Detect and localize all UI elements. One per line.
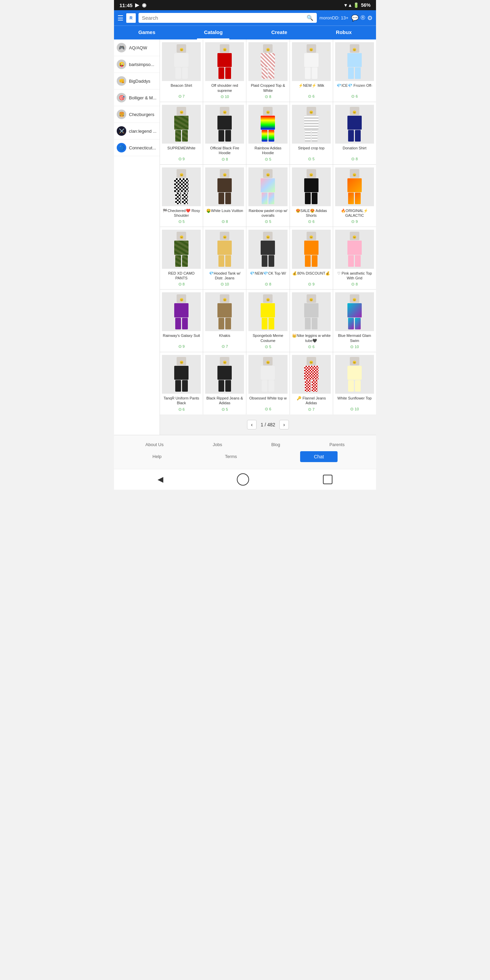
catalog-item[interactable]: 😐 SUPREMEWhite ⊙ 9 <box>160 102 203 164</box>
chat-icon[interactable]: 💬 <box>351 14 359 22</box>
battery-percent: 56% <box>361 2 371 8</box>
item-rating: ⊙ 5 <box>308 156 314 161</box>
tab-catalog[interactable]: Catalog <box>197 26 229 40</box>
catalog-item[interactable]: 😐 Beacon Shirt ⊙ 7 <box>160 40 203 102</box>
sidebar-avatar-bolliger: 🎯 <box>117 93 126 102</box>
sidebar-item-bartsimpo[interactable]: 😜 bartsimpso... <box>114 56 159 73</box>
sidebar-item-aqaqw[interactable]: 🎮 AQ/AQW <box>114 40 159 56</box>
page-info: 1 / 482 <box>261 422 275 427</box>
prev-page-button[interactable]: ‹ <box>247 420 256 430</box>
sidebar-item-bolliger[interactable]: 🎯 Bolliger & M... <box>114 89 159 106</box>
footer-parents[interactable]: Parents <box>329 442 345 447</box>
item-name: 💎ICE💎 Frozen Off- <box>337 83 372 92</box>
catalog-item[interactable]: 😐 💎Hooded Tank w/ Distr. Jeans <box>203 227 246 289</box>
rating-icon: ⊙ <box>351 156 355 161</box>
catalog-item[interactable]: 😐 Rainbow pastel crop w/ overalls <box>247 165 289 227</box>
sidebar-item-bigdaddys[interactable]: 👊 BigDaddys <box>114 73 159 89</box>
rating-icon: ⊙ <box>308 94 311 99</box>
catalog-item[interactable]: 😐 ⚡NEW⚡ Milk ⊙ 6 <box>290 40 333 102</box>
catalog-item[interactable]: 😐 Official Black Fire Hoodie <box>203 102 246 164</box>
item-name: 💎Hooded Tank w/ Distr. Jeans <box>205 271 244 281</box>
footer-help[interactable]: Help <box>153 454 162 459</box>
catalog-item[interactable]: 😐 White Sunflower Top ⊙ <box>333 352 376 414</box>
search-bar-container[interactable]: 🔍 <box>138 13 317 23</box>
catalog-item[interactable]: 😐 Plaid Cropped Top & White <box>247 40 289 102</box>
search-input[interactable] <box>142 15 305 21</box>
catalog-item[interactable]: 😐 Obsessed White top w ⊙ <box>247 352 289 414</box>
item-rating: ⊙ 5 <box>265 344 271 349</box>
rating-icon: ⊙ <box>221 344 225 349</box>
catalog-item[interactable]: 😐 Khakis ⊙ 7 <box>203 290 246 352</box>
footer-about[interactable]: About Us <box>145 442 163 447</box>
sidebar-item-clan-legend[interactable]: ⚔️ clan:legend ... <box>114 123 159 140</box>
rating-value: 6 <box>183 407 185 411</box>
tab-games[interactable]: Games <box>131 26 162 40</box>
chat-button[interactable]: Chat <box>300 451 337 462</box>
next-page-button[interactable]: › <box>279 420 289 430</box>
back-button[interactable]: ◀ <box>158 475 163 484</box>
catalog-item[interactable]: 😐 Rainbow Adidas Hoodie <box>247 102 289 164</box>
item-name: 🤑White Louis Vuitton <box>206 208 243 218</box>
item-name: Beacon Shirt <box>171 83 192 92</box>
catalog-item[interactable]: 😐 Striped crop top ⊙ <box>290 102 333 164</box>
item-thumbnail: 😐 <box>162 230 201 269</box>
item-rating: ⊙ 6 <box>351 94 358 99</box>
sidebar-avatar-chezburgers: 🍔 <box>117 110 126 119</box>
item-thumbnail: 😐 <box>162 42 201 81</box>
catalog-item[interactable]: 😐 Blue Mermaid Glam Swim <box>333 290 376 352</box>
rating-value: 9 <box>312 282 314 286</box>
sidebar-avatar-bigdaddys: 👊 <box>117 76 126 86</box>
item-thumbnail: 😐 <box>292 42 331 81</box>
sidebar-item-chezburgers[interactable]: 🍔 Chezburgers <box>114 106 159 123</box>
robux-icon[interactable]: ® <box>361 14 365 22</box>
recent-apps-button[interactable] <box>323 475 332 484</box>
item-thumbnail: 😐 <box>292 292 331 331</box>
youtube-icon: ▶ <box>135 2 139 8</box>
footer-blog[interactable]: Blog <box>271 442 280 447</box>
catalog-item[interactable]: 😐 🏁Checkered❤️ Rosy Shoulder <box>160 165 203 227</box>
catalog-item[interactable]: 😐 Off shoulder red supreme <box>203 40 246 102</box>
item-thumbnail: 😐 <box>205 167 244 206</box>
catalog-item[interactable]: 😐 Spongebob Meme Costume <box>247 290 289 352</box>
main-layout: 🎮 AQ/AQW 😜 bartsimpso... 👊 BigDaddys 🎯 B… <box>114 40 376 435</box>
catalog-item[interactable]: 😐 🔥ORIGINAL⚡ GALACTIC ⊙ <box>333 165 376 227</box>
item-name: Khakis <box>219 333 231 343</box>
catalog-item[interactable]: 😐 🔑 Flannel Jeans Adidas <box>290 352 333 414</box>
catalog-item[interactable]: 😐 RED XD CAMO PANTS ⊙ <box>160 227 203 289</box>
footer-terms[interactable]: Terms <box>225 454 237 459</box>
catalog-item[interactable]: 😐 ♡ Pink aesthetic Top With Grid <box>333 227 376 289</box>
footer-jobs[interactable]: Jobs <box>213 442 222 447</box>
tab-create[interactable]: Create <box>264 26 294 40</box>
rating-icon: ⊙ <box>308 156 311 161</box>
catalog-item[interactable]: 😐 Black Ripped Jeans & Adidas <box>203 352 246 414</box>
home-button[interactable] <box>237 473 249 485</box>
catalog-item[interactable]: 😐 Rainway's Galaxy Suit <box>160 290 203 352</box>
catalog-item[interactable]: 😐 🤑White Louis Vuitton <box>203 165 246 227</box>
rating-icon: ⊙ <box>178 407 182 412</box>
catalog-item[interactable]: 😐 💎NEW💎CK Top W/ ⊙ <box>247 227 289 289</box>
rating-value: 10 <box>355 407 359 411</box>
tab-robux[interactable]: Robux <box>329 26 359 40</box>
sidebar-avatar-aqaqw: 🎮 <box>117 43 126 52</box>
item-thumbnail: 😐 <box>162 292 201 331</box>
rating-icon: ⊙ <box>265 219 268 224</box>
search-icon: 🔍 <box>307 14 313 21</box>
catalog-item[interactable]: 😐 💎ICE💎 Frozen Off- ⊙ <box>333 40 376 102</box>
sidebar-label-bigdaddys: BigDaddys <box>129 79 150 84</box>
catalog-item[interactable]: 😐 TanqR Uniform Pants Black <box>160 352 203 414</box>
catalog-item[interactable]: 😐 💰80% DISCOUNT💰 ⊙ <box>290 227 333 289</box>
settings-icon[interactable]: ⚙ <box>367 14 372 22</box>
catalog-item[interactable]: 😐 👑Nike leggins w white tube🖤 <box>290 290 333 352</box>
sidebar-item-connecticut[interactable]: 🔵 Connecticut... <box>114 140 159 156</box>
catalog-item[interactable]: 😐 Donation Shirt ⊙ <box>333 102 376 164</box>
android-nav-bar: ◀ <box>114 469 376 490</box>
item-thumbnail: 😐 <box>248 355 287 394</box>
rating-icon: ⊙ <box>265 282 268 286</box>
catalog-item[interactable]: 😐 😍SALE😍 Adidas Shorts <box>290 165 333 227</box>
hamburger-menu[interactable]: ☰ <box>118 14 124 22</box>
rating-value: 8 <box>269 95 271 99</box>
item-thumbnail: 😐 <box>205 42 244 81</box>
rating-icon: ⊙ <box>351 282 355 286</box>
item-rating: ⊙ 8 <box>265 282 271 286</box>
rating-icon: ⊙ <box>221 407 225 412</box>
